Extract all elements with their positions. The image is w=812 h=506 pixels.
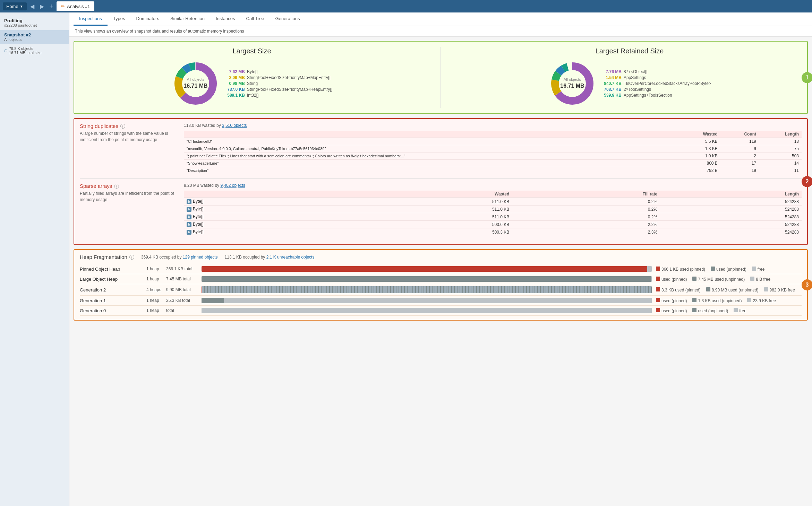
- panel-number-1: 1: [802, 72, 812, 83]
- tab-dominators[interactable]: Dominators: [130, 12, 164, 26]
- sparse-row-name: bByte[]: [184, 213, 347, 221]
- largest-retained-section: Largest Retained Size: [458, 47, 802, 108]
- tab-call-tree[interactable]: Call Tree: [241, 12, 270, 26]
- retained-legend-name-0: 877×Object[]: [624, 69, 647, 74]
- sparse-row-length: 524288: [660, 221, 802, 228]
- table-row[interactable]: bByte[] 511.0 KB 0.2% 524288: [184, 213, 802, 221]
- legend-name-1: StringPool+FixedSizePriorityMap+MapEntry…: [247, 75, 331, 80]
- heap-bar-gen2: [202, 286, 652, 293]
- retained-legend-item-2: 840.7 KB TlsOverPerCoreLockedStacksArray…: [604, 81, 711, 86]
- sidebar-snapshot-title: Snapshot #2: [4, 32, 65, 37]
- panel1-divider: [441, 47, 441, 108]
- description-text: This view shows an overview of snapshot …: [75, 29, 244, 34]
- legend-dot-free-g2: [764, 287, 768, 291]
- heap-pinned-link[interactable]: 129 pinned objects: [183, 255, 218, 260]
- row-wasted: 5.5 KB: [676, 138, 720, 145]
- sparse-row-name: bByte[]: [184, 228, 347, 236]
- retained-legend-item-3: 708.7 KB 2×ToolSettings: [604, 87, 711, 92]
- heap-unreachable-link[interactable]: 2.1 K unreachable objects: [266, 255, 315, 260]
- sparse-link[interactable]: 9,402 objects: [220, 183, 245, 188]
- tab-generations[interactable]: Generations: [270, 12, 306, 26]
- sparse-row-fill: 0.2%: [512, 213, 660, 221]
- table-row[interactable]: "Description" 792 B 19 11: [184, 167, 802, 174]
- tab-types[interactable]: Types: [108, 12, 131, 26]
- legend-name-3: StringPool+FixedSizePriorityMap+HeapEntr…: [247, 87, 332, 92]
- table-row[interactable]: bByte[] 500.3 KB 2.3% 524288: [184, 228, 802, 236]
- legend-item-4: 589.1 KB Int32[]: [227, 93, 332, 98]
- largest-size-content: All objects 16.71 MB 7.62 MB Byte[]: [171, 59, 332, 108]
- retained-legend-item-4: 539.9 KB AppSettings+ToolsSection: [604, 93, 711, 98]
- heap-legend-gen1: used (pinned) 1.3 KB used (unpinned) 23.…: [656, 298, 802, 303]
- forward-button[interactable]: ▶: [38, 2, 46, 10]
- sidebar-objects-count: 79.8 K objects: [9, 46, 42, 51]
- sparse-col-wasted: Wasted: [347, 191, 512, 198]
- legend-name-4: Int32[]: [247, 93, 258, 98]
- table-row[interactable]: bByte[] 511.0 KB 0.2% 524288: [184, 198, 802, 206]
- string-dup-link[interactable]: 3,510 objects: [222, 123, 247, 128]
- stats-dot-icon: ⬡: [4, 49, 8, 53]
- retained-legend-name-3: 2×ToolSettings: [624, 87, 651, 92]
- heap-row-gen0-name: Generation 0: [80, 308, 142, 313]
- tab-similar-retention[interactable]: Similar Retention: [165, 12, 210, 26]
- retained-legend-size-3: 708.7 KB: [604, 87, 622, 92]
- row-length: 13: [759, 138, 802, 145]
- home-button[interactable]: Home ▼: [3, 2, 27, 10]
- main-layout: Profiling #22208 paintdotnet Snapshot #2…: [0, 12, 812, 506]
- heap-row-pinned: Pinned Object Heap 1 heap 366.1 KB total…: [80, 264, 802, 274]
- type-icon: b: [187, 199, 191, 204]
- largest-size-legend: 7.62 MB Byte[] 2.09 MB StringPool+FixedS…: [227, 69, 332, 98]
- col-name: [184, 131, 676, 138]
- retained-legend-size-4: 539.9 KB: [604, 93, 622, 98]
- legend-size-4: 589.1 KB: [227, 93, 245, 98]
- col-length: Length: [759, 131, 802, 138]
- heap-row-large-total: 7.45 MB total: [166, 277, 197, 281]
- table-row[interactable]: bByte[] 500.6 KB 2.2% 524288: [184, 221, 802, 228]
- home-dropdown-icon[interactable]: ▼: [20, 5, 23, 8]
- sparse-tbody: bByte[] 511.0 KB 0.2% 524288 bByte[] 511…: [184, 198, 802, 236]
- sparse-title: Sparse arrays i: [80, 183, 177, 189]
- legend-item-0: 7.62 MB Byte[]: [227, 69, 332, 74]
- sparse-row-name: bByte[]: [184, 221, 347, 228]
- donut-center-1: All objects 16.71 MB: [183, 77, 207, 90]
- largest-retained-donut: All objects 16.71 MB: [548, 59, 597, 108]
- heap-legend-large: used (pinned) 7.45 MB used (unpinned) 8 …: [656, 277, 802, 282]
- table-row[interactable]: "; paint.net Palette File↵; Lines that s…: [184, 152, 802, 160]
- string-dup-info-icon[interactable]: i: [120, 124, 125, 129]
- legend-item-1: 2.09 MB StringPool+FixedSizePriorityMap+…: [227, 75, 332, 80]
- legend-dot-pinned-l: [656, 277, 660, 281]
- table-row[interactable]: bByte[] 511.0 KB 0.2% 524288: [184, 206, 802, 213]
- sparse-thead: Wasted Fill rate Length: [184, 191, 802, 198]
- tab-inspections[interactable]: Inspections: [74, 12, 108, 26]
- sidebar-snapshot[interactable]: Snapshot #2 All objects: [0, 30, 69, 44]
- sparse-row-name: bByte[]: [184, 198, 347, 206]
- largest-size-donut: All objects 16.71 MB: [171, 59, 220, 108]
- heap-info-icon[interactable]: i: [129, 255, 134, 260]
- legend-dot-pinned-g1: [656, 298, 660, 302]
- sparse-row-wasted: 500.6 KB: [347, 221, 512, 228]
- table-row[interactable]: "mscorlib, Version=4.0.0.0, Culture=neut…: [184, 145, 802, 152]
- sparse-info-icon[interactable]: i: [114, 184, 119, 189]
- tab-instances[interactable]: Instances: [210, 12, 241, 26]
- bar-seg-free: [647, 266, 652, 272]
- legend-dot-unpinned-g0: [692, 308, 696, 312]
- table-row[interactable]: "ClrInstanceID" 5.5 KB 119 13: [184, 138, 802, 145]
- panel-largest-size: Largest Size: [74, 41, 808, 114]
- heap-summary-1: 369.4 KB occupied by 129 pinned objects: [141, 255, 218, 260]
- heap-row-pinned-total: 366.1 KB total: [166, 267, 197, 271]
- back-button[interactable]: ◀: [28, 2, 36, 10]
- analysis-tab-label: Analysis #1: [67, 4, 90, 9]
- table-row[interactable]: "ShowHeaderLine" 800 B 17 14: [184, 160, 802, 167]
- panel2-divider: [80, 178, 802, 179]
- sparse-col-fill: Fill rate: [512, 191, 660, 198]
- legend-dot-free: [752, 267, 756, 271]
- add-tab-button[interactable]: +: [48, 2, 55, 11]
- retained-legend-name-2: TlsOverPerCoreLockedStacksArrayPool<Byte…: [624, 81, 711, 86]
- legend-dot-free-g0: [734, 308, 738, 312]
- bar-gen1-unpinned: [202, 298, 224, 303]
- row-name: "ShowHeaderLine": [184, 160, 676, 167]
- heap-row-gen1-count: 1 heap: [146, 298, 162, 303]
- content-area: Inspections Types Dominators Similar Ret…: [69, 12, 812, 506]
- type-icon: b: [187, 230, 191, 235]
- analysis-tab[interactable]: ✏ Analysis #1: [57, 1, 94, 11]
- retained-legend-size-1: 1.54 MB: [604, 75, 622, 80]
